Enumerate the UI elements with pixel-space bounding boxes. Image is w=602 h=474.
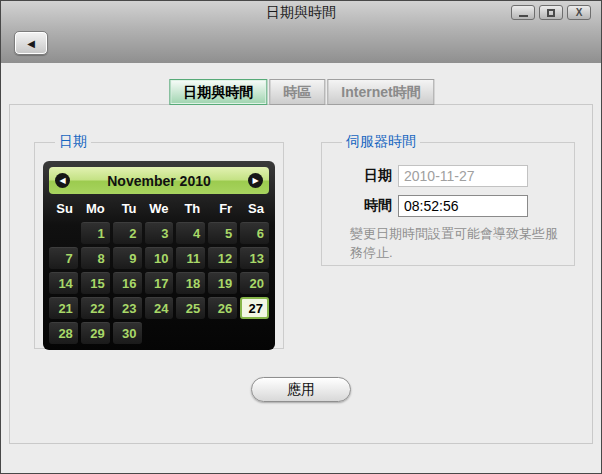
calendar-day[interactable]: 14 bbox=[49, 272, 78, 294]
close-icon: X bbox=[576, 8, 583, 18]
window-header: 日期與時間 X ◀ bbox=[1, 1, 601, 63]
server-time-row: 時間 bbox=[330, 195, 566, 217]
minimize-icon bbox=[519, 15, 528, 17]
back-arrow-icon: ◀ bbox=[27, 38, 35, 49]
server-time-label: 時間 bbox=[330, 197, 398, 215]
tab-time-zone[interactable]: 時區 bbox=[269, 79, 325, 105]
content-panel: 日期 ◀ November 2010 ▶ SuMoTuWeThFrSa 1234… bbox=[9, 104, 593, 444]
calendar-day[interactable]: 13 bbox=[240, 247, 269, 269]
chevron-left-icon: ◀ bbox=[59, 176, 65, 185]
calendar-day[interactable]: 6 bbox=[240, 222, 269, 244]
calendar-weekday: Su bbox=[49, 198, 78, 218]
calendar-day[interactable]: 20 bbox=[240, 272, 269, 294]
calendar-day[interactable]: 1 bbox=[81, 222, 110, 244]
calendar-day[interactable]: 16 bbox=[113, 272, 142, 294]
calendar-day[interactable]: 30 bbox=[113, 322, 142, 344]
server-time-note: 變更日期時間設置可能會導致某些服務停止. bbox=[350, 225, 558, 263]
window-controls: X bbox=[511, 5, 591, 20]
calendar-day[interactable]: 18 bbox=[176, 272, 205, 294]
calendar-day[interactable]: 28 bbox=[49, 322, 78, 344]
calendar-weekday: Fr bbox=[208, 198, 237, 218]
calendar-day[interactable]: 23 bbox=[113, 297, 142, 319]
calendar-day[interactable]: 22 bbox=[81, 297, 110, 319]
maximize-icon bbox=[547, 9, 555, 17]
calendar-empty-cell bbox=[208, 322, 237, 344]
window-body: 日期與時間 時區 Internet時間 日期 ◀ November 2010 ▶ bbox=[1, 63, 601, 473]
calendar-weekday: Sa bbox=[240, 198, 269, 218]
calendar-empty-cell bbox=[49, 222, 78, 244]
titlebar: 日期與時間 X bbox=[1, 1, 601, 23]
calendar-day[interactable]: 11 bbox=[176, 247, 205, 269]
calendar-grid: 1234567891011121314151617181920212223242… bbox=[49, 222, 269, 344]
server-time-legend: 伺服器時間 bbox=[342, 133, 420, 151]
chevron-right-icon: ▶ bbox=[252, 176, 258, 185]
tab-bar: 日期與時間 時區 Internet時間 bbox=[167, 79, 434, 105]
minimize-button[interactable] bbox=[511, 5, 535, 20]
date-fieldset: 日期 ◀ November 2010 ▶ SuMoTuWeThFrSa 1234… bbox=[34, 133, 284, 349]
calendar-day[interactable]: 25 bbox=[176, 297, 205, 319]
calendar-day[interactable]: 19 bbox=[208, 272, 237, 294]
server-date-row: 日期 bbox=[330, 165, 566, 187]
calendar-day[interactable]: 26 bbox=[208, 297, 237, 319]
calendar-day[interactable]: 2 bbox=[113, 222, 142, 244]
window: 日期與時間 X ◀ 日期與時間 時區 Internet時間 bbox=[0, 0, 602, 474]
calendar-month-title: November 2010 bbox=[107, 173, 211, 189]
back-button[interactable]: ◀ bbox=[14, 31, 48, 55]
calendar-day[interactable]: 3 bbox=[145, 222, 174, 244]
calendar-day[interactable]: 12 bbox=[208, 247, 237, 269]
calendar-next-button[interactable]: ▶ bbox=[248, 173, 263, 188]
tab-internet-time[interactable]: Internet時間 bbox=[327, 79, 434, 105]
calendar-day[interactable]: 17 bbox=[145, 272, 174, 294]
apply-button[interactable]: 應用 bbox=[251, 377, 351, 402]
close-button[interactable]: X bbox=[567, 5, 591, 20]
calendar-prev-button[interactable]: ◀ bbox=[55, 173, 70, 188]
tab-date-time[interactable]: 日期與時間 bbox=[169, 79, 267, 105]
maximize-button[interactable] bbox=[539, 5, 563, 20]
calendar-day[interactable]: 21 bbox=[49, 297, 78, 319]
calendar-day[interactable]: 8 bbox=[81, 247, 110, 269]
calendar-day[interactable]: 4 bbox=[176, 222, 205, 244]
calendar-day[interactable]: 24 bbox=[145, 297, 174, 319]
calendar-weekday: Mo bbox=[81, 198, 110, 218]
calendar-weekday: We bbox=[145, 198, 174, 218]
calendar-weekday: Tu bbox=[113, 198, 142, 218]
calendar: ◀ November 2010 ▶ SuMoTuWeThFrSa 1234567… bbox=[43, 161, 275, 350]
calendar-empty-cell bbox=[240, 322, 269, 344]
calendar-day[interactable]: 7 bbox=[49, 247, 78, 269]
server-date-label: 日期 bbox=[330, 167, 398, 185]
calendar-day[interactable]: 5 bbox=[208, 222, 237, 244]
server-time-input[interactable] bbox=[398, 195, 528, 217]
calendar-weekdays: SuMoTuWeThFrSa bbox=[49, 198, 269, 218]
calendar-day[interactable]: 9 bbox=[113, 247, 142, 269]
calendar-day[interactable]: 10 bbox=[145, 247, 174, 269]
calendar-day[interactable]: 29 bbox=[81, 322, 110, 344]
calendar-day[interactable]: 15 bbox=[81, 272, 110, 294]
calendar-day[interactable]: 27 bbox=[240, 297, 269, 319]
calendar-empty-cell bbox=[145, 322, 174, 344]
date-legend: 日期 bbox=[55, 133, 91, 151]
calendar-header: ◀ November 2010 ▶ bbox=[49, 167, 269, 194]
calendar-empty-cell bbox=[176, 322, 205, 344]
server-time-fieldset: 伺服器時間 日期 時間 變更日期時間設置可能會導致某些服務停止. bbox=[321, 133, 575, 266]
calendar-weekday: Th bbox=[176, 198, 205, 218]
server-date-input bbox=[398, 165, 528, 187]
